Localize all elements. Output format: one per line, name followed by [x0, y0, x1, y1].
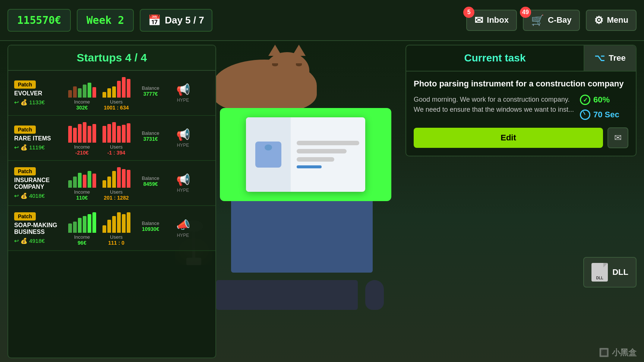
- balance-label-insurance: Balance: [142, 175, 160, 181]
- watermark-icon: 🔳: [599, 348, 609, 358]
- task-time-stat: 70 Sec: [580, 109, 628, 120]
- users-chart-rareitems: Users -1 : 394: [101, 120, 131, 156]
- balance-chart-soap: Balance 10930€: [136, 219, 165, 237]
- startups-header: Startups 4 / 4: [8, 45, 215, 71]
- balance-chart-evolver: Balance 3777€: [136, 84, 165, 102]
- edit-button[interactable]: Edit: [414, 128, 603, 148]
- startups-title: Startups 4 / 4: [14, 51, 209, 64]
- startup-info-soap: Patch SOAP-MAKING BUSINESS ↩ 💰4918€: [14, 212, 63, 244]
- users-label-soap: Users: [110, 234, 123, 240]
- task-content: Photo parsing instrument for a construct…: [406, 72, 636, 156]
- income-label-evolver: Income: [74, 99, 90, 105]
- right-panel-header: Current task ⌥ Tree: [406, 45, 636, 72]
- hype-insurance: 📢 HYPE: [170, 173, 196, 193]
- dll-label: DLL: [612, 267, 628, 277]
- cbay-icon: 🛒: [531, 14, 544, 26]
- shirt-icon: [255, 142, 281, 168]
- users-chart-evolver: Users 1001 : 634: [101, 75, 131, 111]
- hype-soap: 📣 HYPE: [170, 218, 196, 238]
- balance-value-rareitems: 3731€: [143, 136, 158, 142]
- income-chart-evolver: Income 302€: [67, 75, 97, 111]
- startup-name-rareitems: RARE ITEMS: [14, 135, 63, 142]
- task-time-value: 70 Sec: [593, 110, 619, 120]
- startup-money-insurance: ↩ 💰4018€: [14, 193, 63, 199]
- users-label-evolver: Users: [110, 99, 123, 105]
- cat-decoration: [205, 37, 324, 112]
- startup-item-soap[interactable]: Patch SOAP-MAKING BUSINESS ↩ 💰4918€ Inco…: [8, 206, 215, 251]
- income-chart-soap: Income 96€: [67, 210, 97, 246]
- startup-list: Patch EVOLVER ↩ 💰1133€ Income 302€: [8, 71, 215, 357]
- users-value-soap: 111 : 0: [108, 240, 124, 246]
- cbay-button[interactable]: 49 🛒 C-Bay: [523, 10, 580, 31]
- startup-name-soap: SOAP-MAKING BUSINESS: [14, 222, 63, 235]
- inbox-icon: ✉: [474, 14, 483, 26]
- inbox-button[interactable]: 5 ✉ Inbox: [466, 10, 517, 31]
- cbay-badge: 49: [520, 7, 531, 18]
- task-popup-card: [246, 117, 365, 192]
- startup-item-rareitems[interactable]: Patch RARE ITEMS ↩ 💰1119€ Income -210€: [8, 116, 215, 161]
- users-value-insurance: 201 : 1282: [104, 195, 129, 201]
- task-percent-value: 60%: [593, 95, 610, 105]
- keyboard: [216, 280, 358, 310]
- popup-line-3: [297, 157, 334, 162]
- task-stats: 60% 70 Sec: [580, 95, 628, 120]
- income-value-insurance: 110€: [76, 195, 88, 201]
- hype-evolver: 📢 HYPE: [170, 83, 196, 103]
- popup-line-2: [297, 149, 347, 153]
- popup-icon-area: [246, 117, 291, 192]
- balance-value-evolver: 3777€: [143, 91, 158, 97]
- hype-rareitems: 📢 HYPE: [170, 128, 196, 148]
- income-value-evolver: 302€: [76, 105, 88, 111]
- watermark-text: 小黑盒: [612, 347, 637, 358]
- tree-button[interactable]: ⌥ Tree: [584, 45, 636, 71]
- menu-button[interactable]: ⚙ Menu: [586, 10, 637, 31]
- check-icon: [580, 95, 590, 105]
- watermark: 🔳 小黑盒: [599, 347, 637, 358]
- users-chart-soap: Users 111 : 0: [101, 210, 131, 246]
- income-value-soap: 96€: [78, 240, 86, 246]
- currency-display: 115570€: [7, 9, 71, 32]
- current-task-panel: Current task ⌥ Tree Photo parsing instru…: [405, 45, 637, 156]
- dll-file-icon: DLL: [591, 263, 608, 282]
- patch-badge-rareitems: Patch: [14, 126, 36, 134]
- balance-value-insurance: 8459€: [143, 181, 158, 187]
- mouse: [365, 280, 384, 310]
- balance-label-rareitems: Balance: [142, 130, 160, 136]
- startup-item-insurance[interactable]: Patch INSURANCE COMPANY ↩ 💰4018€ Income …: [8, 161, 215, 206]
- dll-button[interactable]: DLL DLL: [583, 257, 637, 288]
- mail-icon: ✉: [614, 133, 622, 143]
- day-display: 📅 Day 5 / 7: [140, 9, 212, 32]
- startup-item-evolver[interactable]: Patch EVOLVER ↩ 💰1133€ Income 302€: [8, 71, 215, 116]
- popup-line-1: [297, 141, 359, 145]
- income-label-insurance: Income: [74, 189, 90, 195]
- mail-button[interactable]: ✉: [607, 127, 628, 148]
- startup-info-insurance: Patch INSURANCE COMPANY ↩ 💰4018€: [14, 167, 63, 199]
- startup-info-evolver: Patch EVOLVER ↩ 💰1133€: [14, 80, 63, 106]
- balance-label-soap: Balance: [142, 220, 160, 226]
- patch-badge-soap: Patch: [14, 212, 36, 220]
- startup-money-rareitems: ↩ 💰1119€: [14, 144, 63, 151]
- task-body: Good morning. We work for a construction…: [414, 95, 628, 120]
- balance-label-evolver: Balance: [142, 85, 160, 91]
- clock-icon: [580, 109, 590, 120]
- week-display: Week 2: [77, 9, 134, 32]
- task-popup: [220, 108, 391, 201]
- income-label-soap: Income: [74, 234, 90, 240]
- gear-icon: ⚙: [594, 14, 603, 26]
- startups-panel: Startups 4 / 4 Patch EVOLVER ↩ 💰1133€: [7, 45, 216, 358]
- tree-icon: ⌥: [594, 53, 605, 63]
- startup-money-soap: ↩ 💰4918€: [14, 238, 63, 244]
- popup-line-4: [297, 165, 322, 168]
- startup-name-insurance: INSURANCE COMPANY: [14, 177, 63, 190]
- task-percent-stat: 60%: [580, 95, 628, 105]
- calendar-icon: 📅: [148, 14, 161, 26]
- income-chart-rareitems: Income -210€: [67, 120, 97, 156]
- task-description-text: Good morning. We work for a construction…: [414, 95, 574, 115]
- patch-badge-insurance: Patch: [14, 167, 36, 175]
- startup-info-rareitems: Patch RARE ITEMS ↩ 💰1119€: [14, 126, 63, 151]
- income-chart-insurance: Income 110€: [67, 165, 97, 201]
- balance-chart-insurance: Balance 8459€: [136, 174, 165, 192]
- task-actions: Edit ✉: [414, 127, 628, 148]
- users-value-rareitems: -1 : 394: [107, 150, 125, 156]
- task-title-text: Photo parsing instrument for a construct…: [414, 79, 628, 89]
